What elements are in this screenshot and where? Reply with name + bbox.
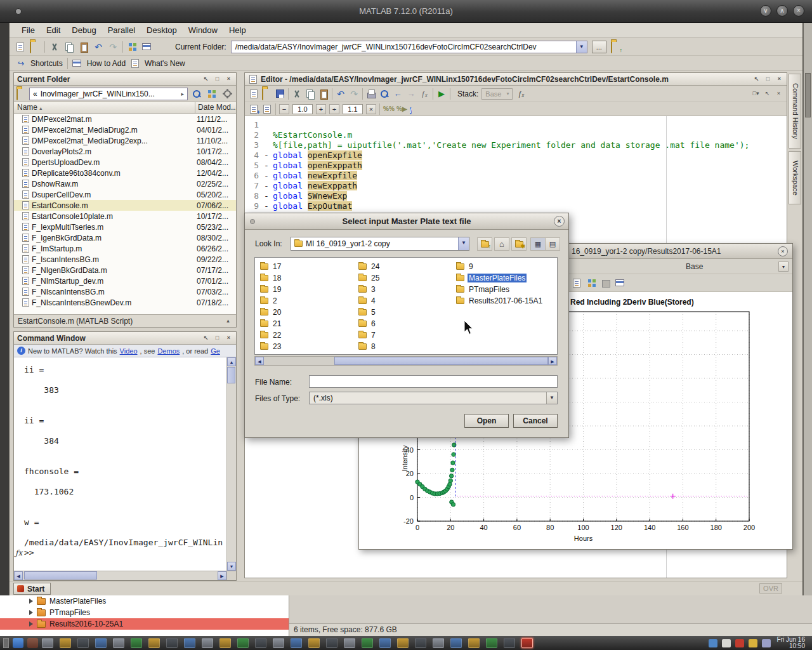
tab-command-history[interactable]: Command History	[789, 74, 801, 149]
file-row[interactable]: F_NIscanIntensBG.m07/03/2...	[14, 286, 236, 297]
undo-icon[interactable]: ↶	[93, 42, 103, 52]
close-panel-icon[interactable]: ×	[225, 334, 233, 342]
taskbar-app-icon[interactable]	[219, 638, 231, 648]
scroll-right-icon[interactable]: ▶	[218, 571, 226, 580]
expander-icon[interactable]	[29, 610, 33, 615]
dialog-titlebar[interactable]: Select input Master Plate text file ×	[245, 213, 568, 230]
layout-icon[interactable]	[615, 278, 625, 288]
undock-icon[interactable]: ↖	[202, 334, 210, 342]
fx-icon[interactable]: ƒₓ	[516, 89, 526, 99]
taskbar-app-icon[interactable]	[397, 638, 409, 648]
code-line[interactable]: 7-global newExppath	[245, 181, 787, 191]
dialog-folder-item[interactable]: 18	[260, 272, 282, 284]
code-line[interactable]: 9-global ExpOutmat	[245, 201, 787, 211]
menu-file[interactable]: File	[16, 23, 41, 37]
dialog-folder-item[interactable]: 7	[358, 329, 381, 341]
collapse-details-icon[interactable]: ▴	[224, 317, 232, 325]
taskbar-app-icon[interactable]	[42, 638, 53, 648]
close-panel-icon[interactable]: ×	[775, 75, 783, 83]
save-icon[interactable]	[276, 90, 284, 98]
scrollbar-thumb[interactable]	[334, 357, 548, 365]
cell-eval-icon[interactable]: %▶	[396, 104, 407, 114]
tab-workspace[interactable]: Workspace	[789, 151, 801, 204]
breadcrumb-collapse[interactable]: «	[33, 90, 37, 98]
whats-new-link[interactable]: What's New	[145, 59, 185, 68]
fx-icon[interactable]: ƒx	[15, 548, 22, 557]
taskbar-app-icon[interactable]	[291, 638, 302, 648]
scroll-down-icon[interactable]: ▼	[227, 562, 236, 571]
taskbar-app-icon[interactable]	[326, 638, 337, 648]
up-folder-icon[interactable]: ↑	[611, 42, 621, 52]
decrease-button[interactable]: −	[279, 104, 289, 114]
file-row[interactable]: DshowRaw.m02/25/2...	[14, 178, 236, 189]
dialog-folder-item[interactable]: 4	[358, 295, 381, 307]
file-row[interactable]: DpertsUploadDev.m08/04/2...	[14, 157, 236, 168]
dialog-folder-item[interactable]: 24	[358, 261, 381, 272]
menu-edit[interactable]: Edit	[41, 23, 66, 37]
tray-matlab-icon[interactable]	[735, 639, 744, 647]
dialog-folder-item[interactable]: 22	[260, 329, 282, 341]
taskbar-app-icon[interactable]	[504, 638, 515, 648]
divide-button[interactable]: ÷	[329, 104, 339, 114]
how-to-add-link[interactable]: How to Add	[87, 59, 126, 68]
tray-night-mode-icon[interactable]	[762, 639, 771, 647]
plot-tools-icon[interactable]	[587, 278, 597, 288]
file-name-input[interactable]	[309, 375, 558, 388]
taskbar-app-icon[interactable]	[237, 638, 249, 648]
file-row[interactable]: EstartConsole.m07/06/2...	[14, 200, 236, 211]
taskbar-app-icon[interactable]	[362, 638, 373, 648]
menu-help[interactable]: Help	[223, 23, 252, 37]
taskbar-app-icon[interactable]	[77, 638, 89, 648]
list-view-icon[interactable]: ▦	[530, 237, 546, 251]
cell-divider-icon[interactable]	[262, 104, 272, 114]
redo-icon[interactable]: ↷	[108, 42, 118, 52]
search-icon[interactable]	[190, 88, 203, 100]
taskbar-app-icon[interactable]	[184, 638, 195, 648]
dialog-folder-item[interactable]: MasterPlateFiles	[456, 272, 544, 284]
menu-window[interactable]: Window	[183, 23, 223, 37]
dialog-folder-item[interactable]: 8	[358, 341, 381, 352]
folder-list[interactable]: 171819220212223 2425345678 9MasterPlateF…	[254, 257, 558, 355]
menu-parallel[interactable]: Parallel	[102, 23, 141, 37]
video-link[interactable]: Video	[120, 347, 138, 355]
undock-icon[interactable]: ↖	[202, 75, 210, 83]
scrollbar-thumb[interactable]	[227, 367, 235, 383]
details-view-icon[interactable]: ▤	[545, 237, 560, 251]
command-prompt-row[interactable]: ƒx >>	[14, 548, 226, 558]
scroll-left-icon[interactable]: ◀	[14, 571, 23, 580]
taskbar-app-icon[interactable]	[415, 638, 426, 648]
up-one-level-icon[interactable]: ↑	[477, 237, 492, 251]
file-row[interactable]: EstartConsole10plate.m10/17/2...	[14, 211, 236, 222]
new-script-icon[interactable]	[15, 42, 25, 52]
scroll-right-icon[interactable]: ▶	[548, 357, 557, 365]
figure-stack-value[interactable]: Base	[686, 262, 703, 271]
dialog-folder-item[interactable]: 9	[456, 261, 544, 272]
taskbar-clock[interactable]: Fri Jun 16 10:50	[777, 637, 805, 649]
run-icon[interactable]: ▶	[436, 89, 447, 99]
dialog-folder-item[interactable]: 3	[358, 284, 381, 295]
close-panel-icon[interactable]: ×	[225, 75, 233, 83]
tray-network-icon[interactable]	[709, 639, 717, 647]
taskbar-app-icon[interactable]	[148, 638, 160, 648]
dialog-folder-item[interactable]: PTmapFiles	[456, 284, 544, 295]
file-row[interactable]: F_NImStartup_dev.m07/01/2...	[14, 275, 236, 286]
cut-icon[interactable]	[292, 89, 302, 99]
info-icon[interactable]: i	[410, 104, 420, 114]
copy-icon[interactable]	[305, 89, 315, 99]
code-line[interactable]: 8-global SWnewExp	[245, 191, 787, 201]
cell-value-left[interactable]: 1.0	[292, 104, 313, 114]
pan-icon[interactable]	[602, 280, 610, 288]
dialog-folder-item[interactable]: Results2017-06-15A1	[456, 295, 544, 307]
undock-icon[interactable]: ↖	[763, 90, 771, 98]
name-column-header[interactable]: Name ▴	[14, 102, 195, 113]
cell-value-right[interactable]: 1.1	[343, 104, 363, 114]
background-scrollbar[interactable]	[803, 23, 812, 595]
function-browser-icon[interactable]: ƒₓ	[419, 89, 429, 99]
launcher-menu-icon[interactable]	[13, 638, 23, 648]
file-row[interactable]: DMPexcel2mat.m11/11/2...	[14, 114, 236, 124]
taskbar-app-icon[interactable]	[113, 638, 124, 648]
demos-link[interactable]: Demos	[157, 347, 180, 355]
paste-icon[interactable]	[318, 89, 329, 99]
tree-row[interactable]: PTmapFiles	[0, 607, 289, 618]
dialog-folder-item[interactable]: 17	[260, 261, 282, 272]
